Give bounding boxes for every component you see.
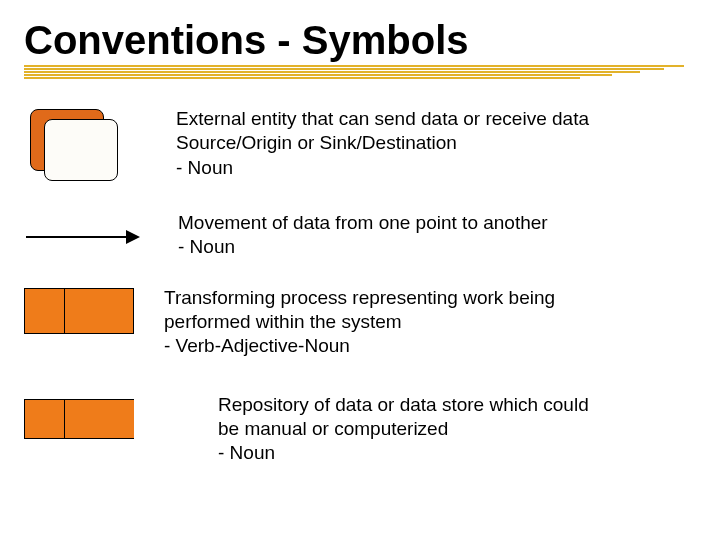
- convention-row: Repository of data or data store which c…: [24, 393, 696, 466]
- symbol-description: External entity that can send data or re…: [176, 107, 696, 180]
- desc-line: Repository of data or data store which c…: [218, 393, 696, 417]
- convention-row: Movement of data from one point to anoth…: [24, 211, 696, 260]
- symbol-description: Transforming process representing work b…: [164, 286, 696, 359]
- desc-line: - Noun: [176, 156, 696, 180]
- desc-line: be manual or computerized: [218, 417, 696, 441]
- desc-line: Transforming process representing work b…: [164, 286, 696, 310]
- symbol-cell: [24, 107, 164, 185]
- desc-line: External entity that can send data or re…: [176, 107, 696, 131]
- external-entity-icon: [30, 109, 122, 185]
- title-underline: [24, 65, 696, 79]
- desc-line: performed within the system: [164, 310, 696, 334]
- desc-line: - Noun: [218, 441, 696, 465]
- symbol-description: Repository of data or data store which c…: [218, 393, 696, 466]
- symbol-cell: [24, 211, 164, 249]
- page-title: Conventions - Symbols: [24, 18, 696, 63]
- convention-row: Transforming process representing work b…: [24, 286, 696, 359]
- symbol-cell: [24, 286, 164, 334]
- convention-row: External entity that can send data or re…: [24, 107, 696, 185]
- symbol-cell: [24, 393, 154, 439]
- content: External entity that can send data or re…: [24, 107, 696, 466]
- slide: Conventions - Symbols External entity th…: [0, 0, 720, 540]
- desc-line: Source/Origin or Sink/Destination: [176, 131, 696, 155]
- process-icon: [24, 288, 134, 334]
- data-store-icon: [24, 399, 134, 439]
- desc-line: - Verb-Adjective-Noun: [164, 334, 696, 358]
- desc-line: Movement of data from one point to anoth…: [178, 211, 696, 235]
- desc-line: - Noun: [178, 235, 696, 259]
- symbol-description: Movement of data from one point to anoth…: [178, 211, 696, 260]
- data-flow-arrow-icon: [26, 225, 146, 249]
